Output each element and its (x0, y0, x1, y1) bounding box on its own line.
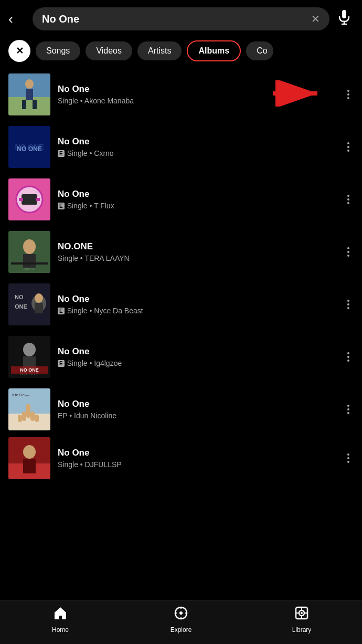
svg-rect-39 (26, 404, 30, 418)
nav-explore[interactable]: Explore (160, 606, 202, 634)
album-art (8, 437, 50, 479)
nav-home-label: Home (52, 626, 69, 634)
svg-point-17 (26, 196, 33, 203)
filter-videos[interactable]: Videos (86, 41, 132, 60)
svg-point-21 (23, 239, 36, 254)
svg-point-29 (35, 293, 43, 303)
bottom-nav: Home Explore Li (0, 600, 362, 644)
header: ‹ No One ✕ (0, 0, 362, 36)
nav-explore-label: Explore (171, 626, 192, 634)
svg-rect-8 (33, 100, 37, 109)
clear-filter-button[interactable]: ✕ (8, 40, 30, 62)
filter-songs[interactable]: Songs (36, 41, 80, 60)
svg-text:ONE: ONE (15, 303, 27, 310)
nav-library-label: Library (292, 626, 312, 634)
item-info: NO.ONE Single • TERA LAAYN (58, 241, 336, 262)
nav-library[interactable]: Library (281, 606, 323, 634)
list-item[interactable]: No One Single • DJFULLSP (0, 436, 362, 480)
list-item[interactable]: No One Single • Akone Manaba (0, 68, 362, 121)
svg-rect-6 (26, 89, 33, 100)
more-options-button[interactable] (343, 348, 354, 366)
search-bar: No One ✕ (33, 7, 329, 30)
nav-home[interactable]: Home (39, 606, 81, 634)
svg-text:Kfc De—: Kfc De— (12, 393, 29, 397)
svg-point-50 (179, 611, 183, 615)
item-info: No One E Single • Cxrno (58, 136, 336, 157)
explore-icon (174, 606, 188, 624)
more-options-button[interactable] (343, 243, 354, 261)
album-art: NO ONE (8, 283, 50, 325)
item-subtitle: E Single • Nyce Da Beast (58, 307, 336, 315)
list-item[interactable]: NO ONE NO ONE No One E Single • Ig4lgzoe (0, 331, 362, 383)
svg-text:NO ONE: NO ONE (20, 367, 39, 373)
item-subtitle: E Single • T Flux (58, 202, 336, 210)
item-subtitle: EP • Idun Nicoline (58, 411, 336, 420)
svg-text:NO: NO (15, 294, 24, 300)
list-item[interactable]: NO ONE No One E Single • Nyce Da Beast (0, 278, 362, 331)
item-info: No One Single • Akone Manaba (58, 84, 336, 105)
svg-point-57 (301, 612, 303, 614)
mic-button[interactable] (335, 10, 354, 28)
item-info: No One E Single • T Flux (58, 189, 336, 210)
svg-point-5 (25, 79, 34, 89)
svg-rect-22 (23, 254, 36, 268)
more-options-button[interactable] (343, 449, 354, 467)
svg-rect-48 (23, 459, 36, 473)
search-query: No One (42, 13, 306, 25)
more-options-button[interactable] (343, 400, 354, 418)
results-list: No One Single • Akone Manaba (0, 68, 362, 480)
item-info: No One E Single • Nyce Da Beast (58, 294, 336, 315)
item-subtitle: E Single • Ig4lgzoe (58, 359, 336, 367)
item-title: No One (58, 136, 336, 147)
more-options-button[interactable] (343, 191, 354, 208)
svg-point-32 (23, 343, 36, 356)
item-title: No One (58, 189, 336, 199)
explicit-badge: E (58, 308, 65, 314)
explicit-badge: E (58, 150, 65, 157)
svg-rect-23 (11, 262, 48, 265)
filter-co[interactable]: Co (246, 41, 273, 60)
album-art: NO ONE NO ONE (8, 336, 50, 378)
item-subtitle: Single • Akone Manaba (58, 97, 336, 105)
more-options-button[interactable] (343, 295, 354, 313)
back-button[interactable]: ‹ (8, 11, 27, 27)
album-art: mlone (8, 231, 50, 273)
item-title: No One (58, 399, 336, 409)
svg-rect-0 (342, 10, 346, 18)
list-item[interactable]: No One E Single • T Flux (0, 173, 362, 226)
clear-search-button[interactable]: ✕ (311, 13, 320, 25)
item-info: No One E Single • Ig4lgzoe (58, 346, 336, 367)
svg-text:mlone: mlone (24, 267, 35, 271)
list-item[interactable]: NO ONE NO ONE No One E Single • Cxrno (0, 121, 362, 173)
filter-albums[interactable]: Albums (187, 40, 241, 61)
filter-artists[interactable]: Artists (137, 41, 182, 60)
svg-rect-40 (22, 411, 26, 421)
album-art: NO ONE NO ONE (8, 126, 50, 168)
item-subtitle: E Single • Cxrno (58, 149, 336, 157)
svg-rect-41 (30, 411, 35, 421)
svg-rect-43 (35, 415, 39, 422)
explicit-badge: E (58, 203, 65, 209)
library-icon (294, 606, 309, 624)
list-item[interactable]: mlone NO.ONE Single • TERA LAAYN (0, 226, 362, 278)
album-art: Kfc De— (8, 388, 50, 430)
svg-rect-19 (36, 198, 40, 201)
svg-rect-30 (35, 303, 43, 313)
item-info: No One EP • Idun Nicoline (58, 399, 336, 420)
item-title: No One (58, 294, 336, 304)
svg-rect-42 (18, 415, 22, 422)
explicit-badge: E (58, 360, 65, 367)
more-options-button[interactable] (343, 86, 354, 103)
album-art (8, 73, 50, 115)
filter-row: ✕ Songs Videos Artists Albums Co (0, 36, 362, 68)
item-title: No One (58, 84, 336, 94)
more-options-button[interactable] (343, 138, 354, 156)
album-art (8, 178, 50, 220)
item-subtitle: Single • TERA LAAYN (58, 254, 336, 262)
list-item[interactable]: Kfc De— No One EP • Idun Nicoline (0, 383, 362, 436)
home-icon (53, 606, 68, 624)
svg-rect-18 (19, 198, 23, 201)
item-subtitle: Single • DJFULLSP (58, 460, 336, 469)
item-title: NO.ONE (58, 241, 336, 252)
item-info: No One Single • DJFULLSP (58, 448, 336, 469)
